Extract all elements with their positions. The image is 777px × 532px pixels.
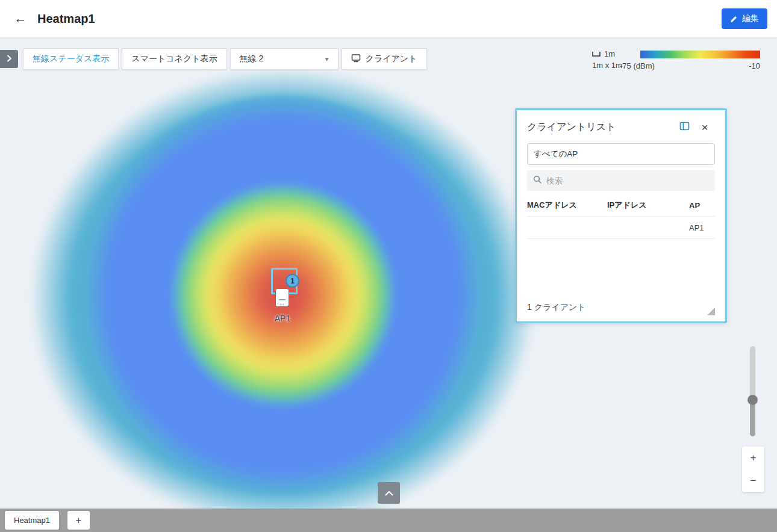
client-panel-title: クライアントリスト [527, 121, 674, 134]
dock-panel-icon [679, 122, 690, 132]
legend-gradient-bar [640, 51, 760, 58]
ap-label: AP1 [261, 314, 304, 323]
zoom-out-button[interactable]: − [742, 469, 764, 492]
heatmap-canvas[interactable]: 無線ステータス表示 スマートコネクト表示 無線 2 ▾ クライアント 1m [0, 37, 777, 509]
client-search-input[interactable] [546, 176, 709, 185]
client-table-row[interactable]: AP1 [527, 217, 715, 239]
scale-indicator: 1m [592, 49, 615, 58]
close-icon: × [701, 122, 708, 133]
legend-min-label: -75 (dBm) [620, 61, 655, 70]
zoom-controls: + − [742, 447, 764, 492]
back-button[interactable]: ← [10, 8, 31, 29]
legend-range-labels: -75 (dBm) -10 [620, 61, 760, 70]
back-arrow-icon: ← [14, 11, 27, 25]
pencil-icon [730, 15, 738, 23]
close-panel-button[interactable]: × [694, 119, 715, 135]
scale-value: 1m [604, 49, 615, 58]
client-table-header-row: MACアドレス IPアドレス AP [527, 194, 715, 217]
ap-client-count-badge[interactable]: 1 [286, 274, 299, 288]
ap-filter-dropdown[interactable]: すべてのAP [527, 143, 715, 165]
chevron-right-icon [6, 55, 12, 64]
legend-max-label: -10 [749, 61, 760, 70]
edit-button-label: 編集 [742, 13, 759, 24]
map-toolbar: 無線ステータス表示 スマートコネクト表示 無線 2 ▾ クライアント [23, 48, 427, 70]
client-list-panel: クライアントリスト × すべてのAP [515, 108, 727, 323]
zoom-slider-thumb[interactable] [747, 395, 758, 405]
scale-bracket-icon [592, 52, 601, 57]
column-ap: AP [689, 201, 715, 210]
app-root: ← Heatmap1 編集 無線ステータス表示 スマートコネクト表示 [0, 0, 777, 532]
dock-panel-button[interactable] [674, 119, 694, 135]
grid-size-label: 1m x 1m [592, 61, 622, 70]
search-icon [533, 175, 541, 186]
client-panel-footer: 1 クライアント [527, 302, 715, 315]
zoom-slider-track[interactable] [750, 346, 755, 436]
sidebar-expand-button[interactable] [0, 50, 18, 68]
column-mac: MACアドレス [527, 200, 607, 211]
client-button-label: クライアント [366, 54, 417, 64]
add-floorplan-button[interactable]: + [67, 511, 90, 530]
ap-icon-detail-dots: … [279, 302, 286, 305]
wireless-status-toggle-button[interactable]: 無線ステータス表示 [23, 48, 119, 70]
header: ← Heatmap1 編集 [0, 0, 777, 37]
tab-heatmap1[interactable]: Heatmap1 [5, 511, 59, 530]
floor-tabbar: Heatmap1 + [0, 509, 777, 532]
band-select-dropdown[interactable]: 無線 2 ▾ [230, 48, 339, 70]
collapse-tabbar-button[interactable] [378, 482, 400, 504]
edit-button[interactable]: 編集 [722, 8, 767, 29]
smart-connect-label: スマートコネクト表示 [131, 54, 217, 64]
page-title: Heatmap1 [37, 12, 95, 26]
client-search-box [527, 170, 715, 191]
client-ap-value: AP1 [689, 223, 715, 232]
client-count-label: 1 クライアント [527, 302, 586, 315]
ap-device-icon[interactable]: … [275, 288, 289, 307]
ap-filter-value: すべてのAP [534, 149, 578, 159]
smart-connect-toggle-button[interactable]: スマートコネクト表示 [122, 48, 226, 70]
monitor-icon [351, 54, 361, 64]
client-table: MACアドレス IPアドレス AP AP1 [527, 194, 715, 239]
resize-handle[interactable] [707, 308, 715, 315]
wireless-status-label: 無線ステータス表示 [33, 54, 109, 64]
band-select-value: 無線 2 [240, 54, 264, 64]
chevron-up-icon [385, 489, 393, 498]
client-panel-header: クライアントリスト × [527, 119, 715, 135]
column-ip: IPアドレス [607, 200, 689, 211]
zoom-in-button[interactable]: + [742, 447, 764, 469]
chevron-down-icon: ▾ [325, 55, 329, 63]
client-list-toggle-button[interactable]: クライアント [342, 48, 427, 70]
